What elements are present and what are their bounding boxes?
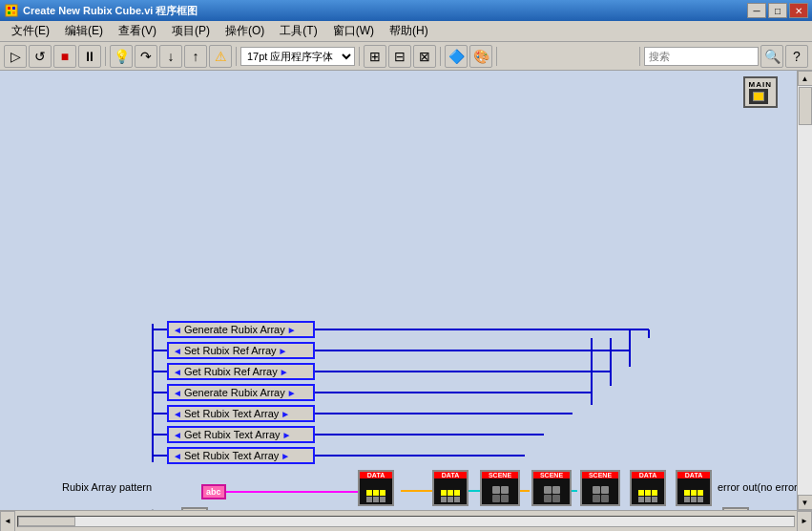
- separator6: [639, 47, 640, 66]
- run-continuous-button[interactable]: ↺: [29, 45, 52, 68]
- highlight-button[interactable]: 💡: [110, 45, 133, 68]
- menu-operate[interactable]: 操作(O): [218, 21, 272, 41]
- app-icon: [4, 3, 19, 18]
- data-block-4[interactable]: DATA: [676, 470, 712, 506]
- search-input[interactable]: [644, 47, 759, 66]
- data-grid-3: [636, 488, 659, 504]
- data-grid-4: [682, 488, 705, 504]
- separator4: [440, 47, 441, 66]
- data-block-1[interactable]: DATA: [358, 470, 394, 506]
- menu-help[interactable]: 帮助(H): [382, 21, 436, 41]
- distribute-button[interactable]: ⊟: [388, 45, 411, 68]
- menu-project[interactable]: 项目(P): [164, 21, 218, 41]
- arrow-left-6: ◄: [173, 430, 182, 440]
- data-block-2[interactable]: DATA: [432, 470, 468, 506]
- step-out-button[interactable]: ↑: [184, 45, 207, 68]
- arrow-left-5: ◄: [173, 409, 182, 419]
- menu-window[interactable]: 窗口(W): [325, 21, 382, 41]
- vi-label-4: Generate Rubix Array: [184, 387, 285, 398]
- arrow-right-5: ►: [281, 409, 290, 419]
- scroll-thumb-v[interactable]: [799, 87, 812, 125]
- arrow-left-3: ◄: [173, 367, 182, 377]
- vi-label-5: Set Rubix Text Array: [184, 408, 279, 419]
- scene-label-1: SCENE: [482, 472, 518, 478]
- arrow-left-4: ◄: [173, 388, 182, 398]
- svg-rect-0: [6, 5, 17, 16]
- scroll-track-h[interactable]: [17, 516, 795, 527]
- pause-button[interactable]: ⏸: [78, 45, 101, 68]
- rubix-array-pattern-label: Rubix Array pattern: [62, 481, 152, 493]
- scroll-thumb-h[interactable]: [18, 517, 75, 526]
- step-into-button[interactable]: ↓: [159, 45, 182, 68]
- scene-block-2[interactable]: SCENE: [531, 470, 572, 506]
- toolbar: ▷ ↺ ■ ⏸ 💡 ↷ ↓ ↑ ⚠ 17pt 应用程序字体 ⊞ ⊟ ⊠ 🔷 🎨 …: [0, 42, 812, 71]
- data-block-3[interactable]: DATA: [630, 470, 666, 506]
- warnings-button[interactable]: ⚠: [209, 45, 232, 68]
- arrow-right-1: ►: [287, 325, 297, 335]
- vi-block-7[interactable]: ◄ Set Rubix Text Array ►: [167, 447, 315, 464]
- error-out-terminal[interactable]: [181, 507, 208, 510]
- arrow-right-6: ►: [282, 430, 292, 440]
- abort-button[interactable]: ■: [53, 45, 76, 68]
- step-over-button[interactable]: ↷: [135, 45, 157, 68]
- string-terminal[interactable]: abc: [201, 484, 226, 499]
- error-out-label: error out: [115, 507, 155, 510]
- vi-label-1: Generate Rubix Array: [184, 324, 285, 335]
- title-bar: Create New Rubix Cube.vi 程序框图 ─ □ ✕: [0, 0, 812, 21]
- error-out-no-error-label: error out(no error: [718, 481, 797, 493]
- main-indicator: MAIN: [743, 76, 778, 108]
- menu-bar: 文件(E) 编辑(E) 查看(V) 项目(P) 操作(O) 工具(T) 窗口(W…: [0, 21, 812, 42]
- horizontal-scrollbar: ◄ ►: [0, 510, 812, 531]
- run-arrow-button[interactable]: ▷: [4, 45, 27, 68]
- menu-view[interactable]: 查看(V): [111, 21, 164, 41]
- scroll-left-button[interactable]: ◄: [0, 511, 15, 532]
- resize-button[interactable]: ⊠: [413, 45, 436, 68]
- vertical-scrollbar[interactable]: ▲ ▼: [797, 71, 812, 510]
- font-selector[interactable]: 17pt 应用程序字体: [240, 47, 355, 66]
- scroll-up-button[interactable]: ▲: [798, 71, 813, 86]
- color-button[interactable]: 🎨: [469, 45, 492, 68]
- help-button[interactable]: ?: [785, 45, 808, 68]
- cluster-button[interactable]: 🔷: [445, 45, 468, 68]
- diagram-canvas[interactable]: MAIN: [0, 71, 797, 510]
- separator3: [359, 47, 360, 66]
- minimize-button[interactable]: ─: [747, 3, 766, 18]
- maximize-button[interactable]: □: [768, 3, 787, 18]
- menu-edit[interactable]: 编辑(E): [57, 21, 111, 41]
- arrow-right-7: ►: [281, 451, 290, 461]
- menu-tools[interactable]: 工具(T): [272, 21, 324, 41]
- close-button[interactable]: ✕: [789, 3, 808, 18]
- svg-rect-3: [8, 11, 10, 14]
- data-grid-1: [364, 488, 387, 504]
- vi-block-1[interactable]: ◄ Generate Rubix Array ►: [167, 321, 315, 338]
- error-out-terminal-right[interactable]: [722, 507, 749, 510]
- svg-rect-1: [8, 7, 10, 10]
- arrow-right-2: ►: [279, 346, 288, 356]
- vi-block-5[interactable]: ◄ Set Rubix Text Array ►: [167, 405, 315, 422]
- arrow-right-3: ►: [280, 367, 289, 377]
- scroll-right-button[interactable]: ►: [797, 511, 812, 532]
- vi-block-3[interactable]: ◄ Get Rubix Ref Array ►: [167, 363, 315, 380]
- main-label: MAIN: [749, 80, 772, 89]
- data-label-1: DATA: [360, 472, 392, 478]
- vi-block-4[interactable]: ◄ Generate Rubix Array ►: [167, 384, 315, 401]
- separator1: [105, 47, 106, 66]
- menu-file[interactable]: 文件(E): [4, 21, 57, 41]
- scroll-track-v[interactable]: [798, 86, 812, 495]
- main-area: MAIN: [0, 71, 812, 510]
- scene-block-3[interactable]: SCENE: [580, 470, 620, 506]
- data-label-4: DATA: [677, 472, 710, 478]
- vi-label-6: Get Rubix Text Array: [184, 429, 281, 440]
- data-label-2: DATA: [434, 472, 467, 478]
- vi-block-2[interactable]: ◄ Set Rubix Ref Array ►: [167, 342, 315, 359]
- window-title: Create New Rubix Cube.vi 程序框图: [23, 4, 747, 18]
- search-icon-button[interactable]: 🔍: [760, 45, 783, 68]
- scroll-down-button[interactable]: ▼: [798, 495, 813, 510]
- vi-label-7: Set Rubix Text Array: [184, 450, 279, 461]
- align-button[interactable]: ⊞: [364, 45, 386, 68]
- arrow-right-4: ►: [287, 388, 297, 398]
- vi-block-6[interactable]: ◄ Get Rubix Text Array ►: [167, 426, 315, 443]
- scene-block-1[interactable]: SCENE: [480, 470, 520, 506]
- wires-layer: [0, 71, 797, 510]
- separator5: [496, 47, 497, 66]
